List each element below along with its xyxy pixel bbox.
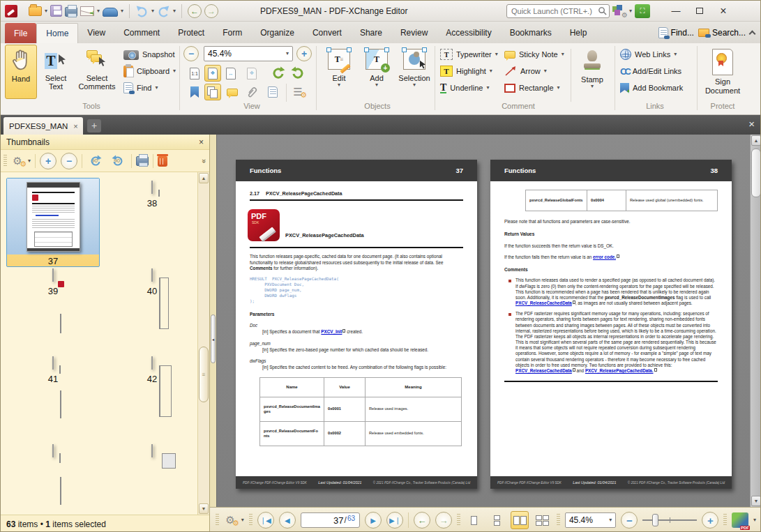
add-objects-button[interactable]: T+ Add ▾ <box>359 45 394 99</box>
thumbnail-page-37[interactable]: 37 <box>6 178 100 267</box>
customize-caret[interactable]: ▾ <box>629 8 632 14</box>
document-page-38[interactable]: Functions 38 pxvrcd_ReleaseGlobalFonts 0… <box>490 160 732 489</box>
tab-form[interactable]: Form <box>213 22 251 43</box>
select-comments-button[interactable]: Select Comments <box>75 45 119 99</box>
layout-two-up-button[interactable] <box>511 511 529 529</box>
doc-link[interactable]: PXCV_ReleaseCachedData <box>515 368 572 373</box>
undo-icon[interactable] <box>135 4 149 17</box>
tab-organize[interactable]: Organize <box>251 22 303 43</box>
statusbar-zoom-select[interactable]: 45.4%▾ <box>565 512 616 528</box>
statusbar-zoom-out-button[interactable]: − <box>621 512 638 529</box>
rectangle-button[interactable]: Rectangle▾ <box>504 80 560 96</box>
typewriter-button[interactable]: T Typewriter▾ <box>440 47 498 62</box>
stamp-button[interactable]: Stamp ▾ <box>574 45 610 99</box>
thumbnails-pane-button[interactable] <box>204 84 221 100</box>
new-tab-button[interactable]: + <box>87 119 101 132</box>
tab-help[interactable]: Help <box>561 22 596 43</box>
rotate-cw-90-button[interactable]: 90° <box>109 153 127 169</box>
statusbar-options-icon[interactable]: ⚙ <box>224 514 236 526</box>
collapse-ribbon-icon[interactable] <box>749 30 756 37</box>
doc-link[interactable]: PXCV_Init <box>321 329 342 334</box>
sticky-note-button[interactable]: Sticky Note▾ <box>504 47 564 62</box>
close-button[interactable]: × <box>713 3 734 19</box>
tab-file[interactable]: File <box>5 23 36 43</box>
app-launcher-caret[interactable]: ▾ <box>753 517 756 523</box>
print-pages-icon[interactable] <box>136 156 149 166</box>
thumbnails-zoom-out-button[interactable]: − <box>61 153 77 169</box>
thumbnails-scrollbar[interactable]: ▲ ≡ ▼ <box>197 172 209 515</box>
doc-link[interactable]: PXCV_ReleaseCachedData <box>515 301 572 305</box>
zoom-level-select[interactable]: 45.4%▾ <box>204 46 293 61</box>
email-caret[interactable]: ▾ <box>97 8 100 14</box>
document-scrollbar[interactable]: ▲ ▼ <box>750 135 761 507</box>
redo-icon[interactable] <box>157 4 170 17</box>
open-file-icon[interactable] <box>29 6 42 16</box>
thumbnail-page-39[interactable]: 39 <box>6 266 100 296</box>
thumbnails-zoom-in-button[interactable]: + <box>40 153 56 169</box>
layout-continuous-button[interactable] <box>488 511 506 529</box>
selection-button[interactable]: Selection ▾ <box>395 45 434 99</box>
tab-protect[interactable]: Protect <box>169 22 213 43</box>
zoom-slider[interactable] <box>642 513 697 527</box>
rotate-ccw-90-button[interactable]: 90° <box>86 153 105 169</box>
tab-bookmarks[interactable]: Bookmarks <box>501 22 561 43</box>
minimize-button[interactable]: — <box>665 3 686 19</box>
thumbnail-page-42[interactable]: 42 <box>105 354 197 384</box>
find-button[interactable]: Find... <box>658 27 694 38</box>
scan-caret[interactable]: ▾ <box>121 8 123 14</box>
thumbnail-page-41[interactable]: 41 <box>6 354 100 384</box>
sign-document-button[interactable]: Sign Document <box>701 45 744 99</box>
thumbnails-scroll-up-icon[interactable]: ▲ <box>199 173 209 183</box>
statusbar-options-caret[interactable]: ▾ <box>241 517 244 523</box>
tab-convert[interactable]: Convert <box>303 22 351 43</box>
last-page-button[interactable]: ▶❘ <box>386 512 403 529</box>
clipboard-button[interactable]: Clipboard ▾ <box>123 63 176 79</box>
tab-share[interactable]: Share <box>351 22 391 43</box>
thumbnail-page-43[interactable] <box>6 441 100 460</box>
add-edit-links-button[interactable]: CC Add/Edit Links <box>620 63 681 79</box>
document-page-37[interactable]: Functions 37 2.17 PXCV_ReleasePageCached… <box>236 160 477 489</box>
rotate-ccw-button[interactable] <box>270 65 287 82</box>
document-tab-close-icon[interactable]: × <box>73 122 77 130</box>
underline-button[interactable]: T Underline▾ <box>440 80 489 96</box>
tab-view[interactable]: View <box>78 22 114 43</box>
tab-comment[interactable]: Comment <box>114 22 169 43</box>
customize-toolbar-icon[interactable]: ⚙ <box>612 5 626 17</box>
thumbnails-scroll-thumb[interactable]: ≡ <box>199 347 209 402</box>
highlight-button[interactable]: T Highlight▾ <box>440 63 492 79</box>
panel-splitter[interactable]: ◂ <box>210 135 217 507</box>
maximize-button[interactable] <box>689 3 710 19</box>
close-document-icon[interactable]: × <box>748 118 755 130</box>
doc-link[interactable]: error code. <box>593 254 616 259</box>
history-forward-button[interactable]: → <box>204 4 218 18</box>
actual-size-button[interactable]: 1:1 <box>186 65 203 82</box>
fit-page-button[interactable]: ✥ <box>204 65 221 82</box>
add-bookmark-button[interactable]: + Add Bookmark <box>620 80 683 96</box>
attachments-pane-button[interactable] <box>243 84 260 100</box>
document-tab[interactable]: PDFXES9_MAN × <box>3 117 83 135</box>
arrow-button[interactable]: Arrow▾ <box>504 63 547 79</box>
scan-icon[interactable] <box>103 8 118 17</box>
prev-page-button[interactable]: ◀ <box>279 512 296 529</box>
next-page-button[interactable]: ▶ <box>365 512 382 529</box>
view-back-button[interactable]: ← <box>414 512 430 529</box>
redo-caret[interactable]: ▾ <box>173 8 176 14</box>
page-number-input[interactable]: 37 / 63 <box>301 512 360 528</box>
comments-pane-button[interactable] <box>224 84 241 100</box>
fit-width-button[interactable]: ↔ <box>223 65 239 82</box>
edit-objects-button[interactable]: T≡ Edit ▾ <box>322 45 356 99</box>
zoom-in-button[interactable]: + <box>296 46 312 61</box>
undo-caret[interactable]: ▾ <box>151 8 154 14</box>
save-icon[interactable] <box>50 5 62 17</box>
snapshot-button[interactable]: Snapshot <box>123 47 174 62</box>
rotate-cw-button[interactable] <box>289 65 306 82</box>
panel-collapse-handle[interactable]: ◂ <box>211 314 216 363</box>
view-forward-button[interactable]: → <box>435 512 452 529</box>
open-file-caret[interactable]: ▾ <box>45 8 47 14</box>
thumbnails-options-icon[interactable]: ⚙ <box>11 155 24 167</box>
web-links-button[interactable]: Web Links▾ <box>620 47 677 62</box>
layout-single-button[interactable] <box>465 511 483 529</box>
delete-pages-icon[interactable] <box>158 156 167 167</box>
document-scroll-thumb[interactable] <box>751 149 761 197</box>
toolbar-overflow-icon[interactable]: » <box>200 158 209 162</box>
